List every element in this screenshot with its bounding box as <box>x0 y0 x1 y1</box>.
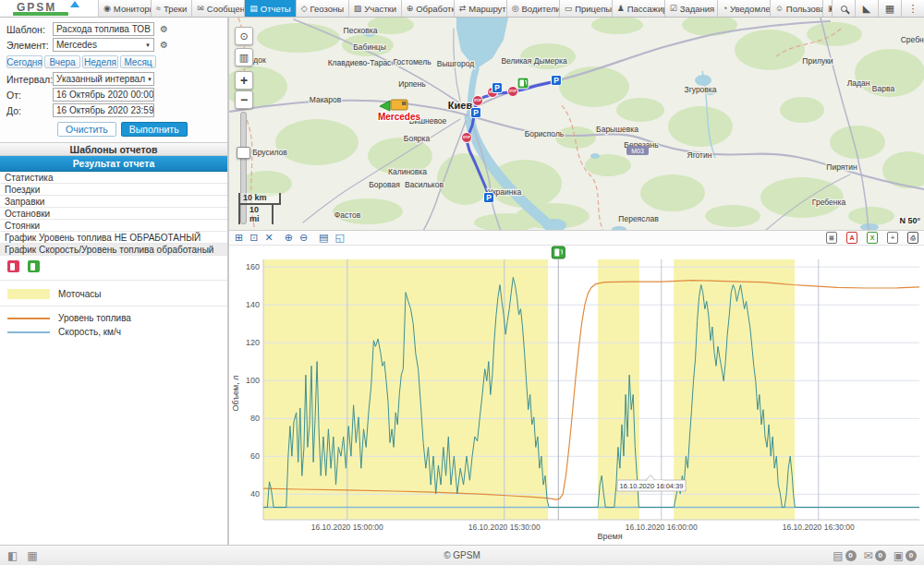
to-date-input[interactable]: 16 Октябрь 2020 23:59 <box>53 103 154 117</box>
tab-objects[interactable]: ▣Объекты <box>823 0 832 17</box>
map-place-label: Пирятин <box>826 162 857 172</box>
element-select[interactable]: Mercedes ▼ <box>53 38 154 52</box>
zoom-out-icon[interactable]: ⊖ <box>299 231 308 245</box>
ruler-icon[interactable]: ◣ <box>855 0 878 17</box>
map-place-label: Прилуки <box>802 56 833 66</box>
search-icon[interactable] <box>832 0 855 17</box>
header-icons: ◣▦⋮ <box>832 0 924 17</box>
map-layers-button[interactable]: ▥ <box>235 48 253 66</box>
today-button[interactable]: Сегодня <box>6 55 43 68</box>
export-file-icon[interactable]: + <box>887 232 898 244</box>
zoom-select-icon[interactable]: ⊞ <box>235 231 243 245</box>
tab-label: Уведомления <box>730 4 771 14</box>
map-place-label: Гребенка <box>812 198 846 207</box>
week-button[interactable]: Неделя <box>82 55 118 68</box>
export-pdf-icon[interactable]: A <box>846 232 857 244</box>
y-tick-label: 40 <box>250 489 260 499</box>
reports-counter-icon: ▤ <box>833 549 843 562</box>
tab-trailers[interactable]: ▭Прицепы <box>560 0 613 17</box>
from-date-input[interactable]: 16 Октябрь 2020 00:00 <box>53 88 154 102</box>
x-tick-label: 16.10.2020 15:00:00 <box>311 523 383 532</box>
chart-toolbar: ⊞⊡✕⊕⊖▤◱ ≣AX+⎙ <box>229 230 924 246</box>
y-tick-label: 140 <box>246 300 260 309</box>
report-item[interactable]: Поездки <box>0 184 227 196</box>
map-place-label: Калиновка <box>388 167 427 176</box>
chevron-down-icon: ▼ <box>143 42 151 48</box>
interval-select[interactable]: Указанный интервал ▼ <box>53 72 154 86</box>
clear-button[interactable]: Очистить <box>57 122 116 137</box>
map-canvas: ГородокПесковкаБабинцыКлавдиево-Тарасово… <box>229 18 924 230</box>
zoom-in-icon[interactable]: ⊕ <box>285 231 293 245</box>
report-item[interactable]: График Уровень топлива НЕ ОБРАБОТАНЫЙ <box>0 232 227 244</box>
svg-text:P: P <box>486 193 492 202</box>
stop-marker-icon: STOP <box>462 133 472 143</box>
element-select-value: Mercedes <box>56 40 97 50</box>
y-tick-label: 120 <box>246 338 260 347</box>
map-place-label: Яготин <box>687 150 712 160</box>
refuel-event-icon <box>552 246 565 258</box>
chart-panel[interactable]: 40608010012014016016.10.2020 15:00:0016.… <box>229 246 924 545</box>
map-place-label: Бабинцы <box>353 42 386 52</box>
report-item[interactable]: Заправки <box>0 196 227 208</box>
tab-tasks[interactable]: ☑Задания <box>665 0 718 17</box>
map-scale-km: 10 km <box>238 193 281 205</box>
tab-routes[interactable]: ⇄Маршруты <box>455 0 507 17</box>
report-item[interactable]: Стоянки <box>0 220 227 232</box>
report-view-icon[interactable]: ≣ <box>826 232 837 244</box>
export-excel-icon[interactable]: X <box>867 232 878 244</box>
y-tick-label: 100 <box>246 376 260 385</box>
map-zoom-out-button[interactable]: − <box>235 90 253 109</box>
data-table-icon[interactable]: ▤ <box>319 231 328 245</box>
tab-reports[interactable]: ▤Отчеты <box>245 0 296 17</box>
more-menu-icon[interactable]: ⋮ <box>901 0 924 17</box>
tab-processing[interactable]: ⊕Обработка <box>402 0 455 17</box>
map-visibility-eye-button[interactable]: ⊙ <box>235 27 253 45</box>
legend-motohours-label: Моточасы <box>58 289 102 299</box>
tab-monitoring[interactable]: ◉Мониторинг <box>99 0 152 17</box>
print-icon[interactable]: ⎙ <box>907 232 918 244</box>
fuel-station-marker-icon <box>517 78 529 89</box>
tab-tracks[interactable]: ≈Треки <box>152 0 192 17</box>
svg-text:STOP: STOP <box>474 99 481 102</box>
month-button[interactable]: Месяц <box>120 55 156 68</box>
tab-notifications[interactable]: ◔Уведомления <box>718 0 771 17</box>
messages-counter[interactable]: ✉0 <box>864 549 886 562</box>
map-place-label: Борисполь <box>525 129 565 138</box>
templates-section-header[interactable]: Шаблоны отчетов <box>0 142 227 156</box>
tooltip-text: 16.10.2020 16:04:39 <box>620 482 684 490</box>
zoom-reset-icon[interactable]: ✕ <box>264 231 273 245</box>
report-item[interactable]: График Скорость/Уровень топлива обработа… <box>0 244 227 256</box>
map-zoom-in-button[interactable]: + <box>235 71 253 90</box>
tab-geozones[interactable]: ◇Геозоны <box>297 0 349 17</box>
element-settings-wrench-icon[interactable]: ⚙ <box>160 40 168 50</box>
motohours-band <box>674 259 795 520</box>
template-settings-wrench-icon[interactable]: ⚙ <box>160 24 168 34</box>
map-place-label: Боровая <box>369 180 400 189</box>
fit-view-icon[interactable]: ◱ <box>335 231 345 245</box>
zoom-select-out-icon[interactable]: ⊡ <box>249 231 258 245</box>
app-logo[interactable]: GPSM <box>0 0 99 17</box>
report-item[interactable]: Статистика <box>0 172 227 184</box>
template-select[interactable]: Расхода топлива ТОВ ГРЕЙ... ▼ <box>53 22 154 36</box>
tab-passengers[interactable]: ♟Пассажиры <box>613 0 665 17</box>
map-place-label: Сребное <box>901 35 924 44</box>
apps-grid-icon[interactable]: ▦ <box>878 0 901 17</box>
svg-text:P: P <box>494 83 500 92</box>
tab-messages[interactable]: ✉Сообщения <box>192 0 245 17</box>
reports-counter[interactable]: ▤0 <box>833 549 856 562</box>
result-section-header[interactable]: Результат отчета <box>0 156 227 172</box>
x-tick-label: 16.10.2020 15:30:00 <box>468 523 541 532</box>
map-zoom-slider-handle[interactable] <box>237 147 250 159</box>
tab-users[interactable]: ☺Пользователи <box>771 0 823 17</box>
report-sidebar: Шаблон: Расхода топлива ТОВ ГРЕЙ... ▼ ⚙ … <box>0 18 229 545</box>
media-counter[interactable]: ▣0 <box>894 549 917 562</box>
map-view[interactable]: ГородокПесковкаБабинцыКлавдиево-Тарасово… <box>229 18 924 230</box>
report-item[interactable]: Остановки <box>0 208 227 220</box>
chevron-down-icon: ▼ <box>145 77 152 82</box>
map-place-label: Песковка <box>344 26 378 35</box>
tab-label: Мониторинг <box>114 4 152 14</box>
tab-drivers[interactable]: ◎Водители <box>507 0 560 17</box>
run-button[interactable]: Выполнить <box>121 122 188 137</box>
tab-areas[interactable]: ▨Участки <box>349 0 402 17</box>
yesterday-button[interactable]: Вчера <box>44 55 80 68</box>
